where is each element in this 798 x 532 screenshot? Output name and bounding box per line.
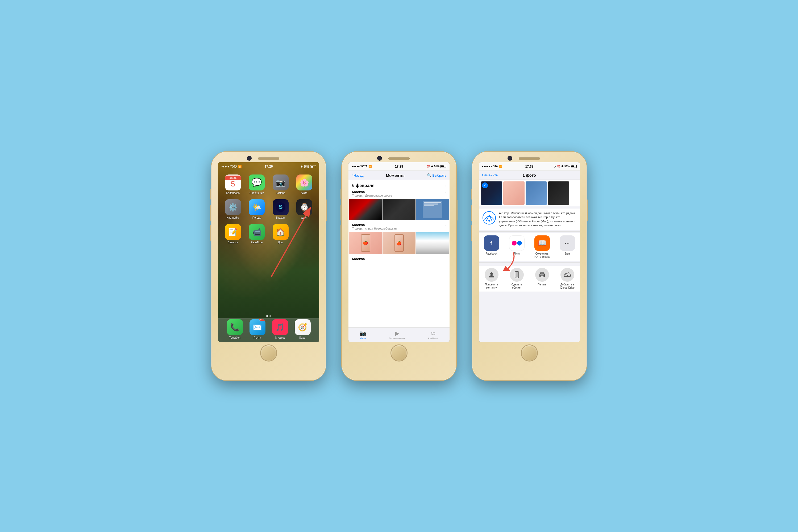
wifi-icon-3: 📶 [499,165,502,168]
apple-logo: 🍎 [363,241,368,246]
text-line [424,205,434,206]
strip-photo-4[interactable] [548,182,569,205]
app-watch[interactable]: ⌚ Watch [295,199,314,219]
person-icon [488,271,495,279]
photos-content-2: 6 февраля › Москва › 7 февр. · Дмитровск… [348,180,450,327]
nav-bar-2: ‹ Назад Моменты 🔍 Выбрать [348,171,450,180]
app-label-camera: Камера [276,191,285,194]
tab-photos[interactable]: 📷 Фото [360,330,366,340]
facetime-icon: 📹 [249,224,265,240]
cloud-icon [564,272,571,278]
app-camera[interactable]: 📷 Камера [271,174,290,194]
tab-albums-icon: 🗂 [431,330,436,337]
contact-icon [484,268,498,282]
photo-thumb-text[interactable] [416,199,449,220]
battery-label-2: 55% [434,165,439,168]
vol-up-2[interactable] [341,205,342,221]
dock-music[interactable]: 🎵 Музыка [272,319,288,339]
facebook-f-icon: f [487,239,496,247]
tab-memories[interactable]: ▶ Воспоминания [389,330,405,340]
tab-albums[interactable]: 🗂 Альбомы [428,330,438,340]
notes-glyph: 📝 [228,228,238,236]
action-contact[interactable]: Присвоить контакту [479,268,504,289]
share-app-flickr[interactable]: Flickr [504,235,529,259]
app-photos[interactable]: 🌸 Фото [295,174,314,194]
app-settings[interactable]: ⚙️ Настройки [224,199,243,219]
mute-button-2[interactable] [341,189,342,200]
home-button-1[interactable] [261,345,277,361]
battery-icon-1 [310,165,316,168]
iphone-1: ●●●●● YOTA 📶 17:26 ✱ 55% среда [211,152,326,380]
tab-memories-icon: ▶ [395,330,399,337]
speaker-1 [258,157,279,159]
share-app-facebook[interactable]: f Facebook [479,235,504,259]
phone-icon-svg [513,271,520,279]
vol-down-2[interactable] [341,225,342,241]
back-button-2[interactable]: ‹ Назад [352,173,364,178]
speaker-2 [388,157,410,159]
power-button-3[interactable] [587,200,588,221]
photo-snow[interactable] [416,232,449,254]
vol-up-3[interactable] [471,205,472,221]
icloud-label: Добавить в iCloud Drive [558,283,577,289]
strip-photo-1[interactable]: ✓ [481,182,502,205]
vol-down-3[interactable] [471,225,472,241]
photo-grid-1 [348,199,450,220]
photo-thumb-vr[interactable] [349,199,382,220]
alarm-icon-3: ⏰ [557,165,560,168]
power-button-2[interactable] [456,200,457,221]
vol-up-1[interactable] [210,205,211,221]
photo-phone1[interactable]: 🍎 [349,232,382,254]
section-date-label: 6 февраля [352,183,375,188]
text-line [424,202,441,203]
clock-icon-2: ⏰ [427,165,430,168]
home-button-2[interactable] [391,345,407,361]
actions-row: Присвоить контакту Сделать обоями [479,266,580,291]
app-facetime[interactable]: 📹 FaceTime [247,224,267,244]
more-app-icon: ··· [560,235,575,251]
app-weather[interactable]: 🌤️ Погода [247,199,267,219]
photos-screen: ●●●●● YOTA 📶 17:28 ⏰ ✱ 55% [348,162,450,342]
app-messages[interactable]: 💬 Сообщения [247,174,267,194]
tab-memories-label: Воспоминания [389,337,405,340]
cancel-button[interactable]: Отменить [482,173,498,177]
mute-button-3[interactable] [471,189,472,200]
app-notes[interactable]: 📝 Заметки [224,224,243,244]
photo-thumb-iphone[interactable] [382,199,416,220]
weather-glyph: 🌤️ [252,203,262,212]
mute-button-1[interactable] [210,189,211,200]
search-icon-2: 🔍 [427,173,432,177]
dock-mail[interactable]: ✉️ 25 340 Почта [249,319,265,339]
photo-grid-2: 🍎 🍎 [348,232,450,254]
app-home[interactable]: 🏠 Дом [271,224,290,244]
notes-icon: 📝 [225,224,241,240]
dock-safari[interactable]: 🧭 Safari [295,319,311,339]
action-icloud[interactable]: Добавить в iCloud Drive [555,268,580,289]
share-app-ibooks[interactable]: 📖 Сохранить PDF в iBooks [529,235,555,259]
print-label: Печать [537,283,546,286]
vol-down-1[interactable] [210,225,211,241]
dock-label-music: Музыка [275,336,285,339]
nav-action-2[interactable]: 🔍 Выбрать [427,173,446,177]
strip-photo-3[interactable] [526,182,547,205]
home-app-icon: 🏠 [273,224,289,240]
music-icon: 🎵 [272,319,288,335]
app-calendar[interactable]: среда 5 Календарь [224,174,243,194]
action-print[interactable]: Печать [529,268,555,289]
app-label-notes: Заметки [228,241,238,244]
strip-photo-2[interactable] [503,182,525,205]
share-app-more[interactable]: ··· Еще [555,235,580,259]
dock-phone[interactable]: 📞 Телефон [227,319,243,339]
photo-phone2[interactable]: 🍎 [382,232,416,254]
power-button-1[interactable] [326,200,327,221]
app-shazam[interactable]: S Shazam [271,199,290,219]
facebook-label: Facebook [486,252,497,255]
mail-icon: ✉️ 25 340 [249,319,265,335]
action-wallpaper[interactable]: Сделать обоями [504,268,529,289]
app-label-weather: Погода [252,216,261,219]
loc-chevron-1: › [444,190,446,194]
nav-title-2: Моменты [386,173,404,178]
status-left-1: ●●●●● YOTA 📶 [221,165,242,168]
iphone-3: ●●●●● YOTA 📶 17:38 ▷ ⏰ ✱ 51% [472,152,587,380]
home-button-3[interactable] [521,345,537,361]
